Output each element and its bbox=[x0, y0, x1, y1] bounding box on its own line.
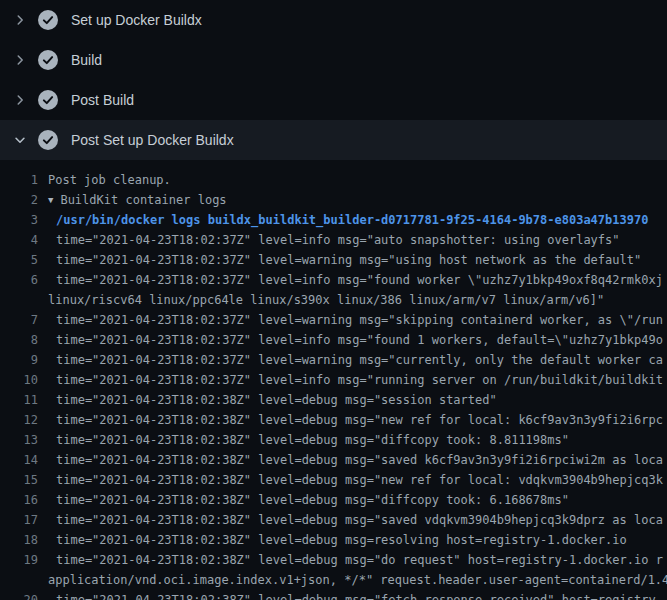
log-line: application/vnd.oci.image.index.v1+json,… bbox=[0, 570, 667, 590]
log-text: time="2021-04-23T18:02:37Z" level=warnin… bbox=[48, 350, 663, 370]
line-number bbox=[0, 290, 48, 310]
chevron-right-icon bbox=[12, 12, 28, 28]
line-number[interactable]: 13 bbox=[0, 430, 48, 450]
log-line: 13time="2021-04-23T18:02:38Z" level=debu… bbox=[0, 430, 667, 450]
log-line: 8time="2021-04-23T18:02:37Z" level=info … bbox=[0, 330, 667, 350]
log-group-line: 2▼BuildKit container logs bbox=[0, 190, 667, 210]
log-text: application/vnd.oci.image.index.v1+json,… bbox=[48, 570, 667, 590]
triangle-down-icon: ▼ bbox=[48, 190, 53, 210]
group-title: BuildKit container logs bbox=[60, 193, 226, 207]
log-text: time="2021-04-23T18:02:38Z" level=debug … bbox=[48, 490, 569, 510]
line-number[interactable]: 16 bbox=[0, 490, 48, 510]
log-line: 6time="2021-04-23T18:02:37Z" level=info … bbox=[0, 270, 667, 290]
line-number[interactable]: 15 bbox=[0, 470, 48, 490]
line-number[interactable]: 12 bbox=[0, 410, 48, 430]
log-text: time="2021-04-23T18:02:37Z" level=info m… bbox=[48, 230, 620, 250]
line-number[interactable]: 14 bbox=[0, 450, 48, 470]
log-text: time="2021-04-23T18:02:37Z" level=warnin… bbox=[48, 250, 641, 270]
log-text: /usr/bin/docker logs buildx_buildkit_bui… bbox=[48, 210, 648, 230]
log-text: time="2021-04-23T18:02:38Z" level=debug … bbox=[48, 530, 627, 550]
log-line: 12time="2021-04-23T18:02:38Z" level=debu… bbox=[0, 410, 667, 430]
log-text: time="2021-04-23T18:02:38Z" level=debug … bbox=[48, 410, 663, 430]
log-line: 10time="2021-04-23T18:02:37Z" level=info… bbox=[0, 370, 667, 390]
log-text: time="2021-04-23T18:02:38Z" level=debug … bbox=[48, 590, 663, 600]
line-number[interactable]: 2 bbox=[0, 190, 48, 210]
log-line: 5time="2021-04-23T18:02:37Z" level=warni… bbox=[0, 250, 667, 270]
line-number[interactable]: 1 bbox=[0, 170, 48, 190]
log-line: 11time="2021-04-23T18:02:38Z" level=debu… bbox=[0, 390, 667, 410]
log-text: time="2021-04-23T18:02:37Z" level=warnin… bbox=[48, 310, 663, 330]
line-number[interactable]: 18 bbox=[0, 530, 48, 550]
line-number[interactable]: 5 bbox=[0, 250, 48, 270]
log-line: 18time="2021-04-23T18:02:38Z" level=debu… bbox=[0, 530, 667, 550]
line-number[interactable]: 9 bbox=[0, 350, 48, 370]
log-text: time="2021-04-23T18:02:38Z" level=debug … bbox=[48, 450, 663, 470]
log-line: 14time="2021-04-23T18:02:38Z" level=debu… bbox=[0, 450, 667, 470]
log-text: time="2021-04-23T18:02:38Z" level=debug … bbox=[48, 510, 663, 530]
line-number[interactable]: 10 bbox=[0, 370, 48, 390]
group-toggle[interactable]: ▼BuildKit container logs bbox=[48, 190, 227, 210]
line-number[interactable]: 8 bbox=[0, 330, 48, 350]
step-label: Set up Docker Buildx bbox=[71, 12, 202, 28]
step-row-set-up-docker-buildx[interactable]: Set up Docker Buildx bbox=[0, 0, 667, 40]
step-label: Build bbox=[71, 52, 102, 68]
step-label: Post Build bbox=[71, 92, 134, 108]
log-text: time="2021-04-23T18:02:37Z" level=info m… bbox=[48, 330, 663, 350]
line-number[interactable]: 6 bbox=[0, 270, 48, 290]
log-text: time="2021-04-23T18:02:37Z" level=info m… bbox=[48, 270, 663, 290]
check-circle-icon bbox=[38, 130, 58, 150]
line-number[interactable]: 11 bbox=[0, 390, 48, 410]
chevron-right-icon bbox=[12, 92, 28, 108]
line-number[interactable]: 4 bbox=[0, 230, 48, 250]
log-line: 9time="2021-04-23T18:02:37Z" level=warni… bbox=[0, 350, 667, 370]
log-line: 4time="2021-04-23T18:02:37Z" level=info … bbox=[0, 230, 667, 250]
line-number[interactable]: 17 bbox=[0, 510, 48, 530]
step-row-post-build[interactable]: Post Build bbox=[0, 80, 667, 120]
step-row-build[interactable]: Build bbox=[0, 40, 667, 80]
log-text: time="2021-04-23T18:02:37Z" level=info m… bbox=[48, 370, 663, 390]
line-number[interactable]: 7 bbox=[0, 310, 48, 330]
log-line: 7time="2021-04-23T18:02:37Z" level=warni… bbox=[0, 310, 667, 330]
chevron-down-icon bbox=[12, 132, 28, 148]
log-command-line: 3/usr/bin/docker logs buildx_buildkit_bu… bbox=[0, 210, 667, 230]
check-circle-icon bbox=[38, 50, 58, 70]
log-text: linux/riscv64 linux/ppc64le linux/s390x … bbox=[48, 290, 604, 310]
log-line: 19time="2021-04-23T18:02:38Z" level=debu… bbox=[0, 550, 667, 570]
line-number[interactable]: 19 bbox=[0, 550, 48, 570]
step-label: Post Set up Docker Buildx bbox=[71, 132, 234, 148]
check-circle-icon bbox=[38, 10, 58, 30]
log-line: 1Post job cleanup. bbox=[0, 170, 667, 190]
log-text: time="2021-04-23T18:02:38Z" level=debug … bbox=[48, 390, 497, 410]
log-text: time="2021-04-23T18:02:38Z" level=debug … bbox=[48, 550, 663, 570]
log-line: 16time="2021-04-23T18:02:38Z" level=debu… bbox=[0, 490, 667, 510]
log-text: Post job cleanup. bbox=[48, 170, 171, 190]
log-line: 15time="2021-04-23T18:02:38Z" level=debu… bbox=[0, 470, 667, 490]
line-number[interactable]: 20 bbox=[0, 590, 48, 600]
line-number bbox=[0, 570, 48, 590]
log-text: time="2021-04-23T18:02:38Z" level=debug … bbox=[48, 430, 569, 450]
log-viewer: 1Post job cleanup.2▼BuildKit container l… bbox=[0, 160, 667, 600]
log-line: 20time="2021-04-23T18:02:38Z" level=debu… bbox=[0, 590, 667, 600]
chevron-right-icon bbox=[12, 52, 28, 68]
check-circle-icon bbox=[38, 90, 58, 110]
log-text: time="2021-04-23T18:02:38Z" level=debug … bbox=[48, 470, 663, 490]
line-number[interactable]: 3 bbox=[0, 210, 48, 230]
step-row-post-set-up-docker-buildx[interactable]: Post Set up Docker Buildx bbox=[0, 120, 667, 160]
log-line: 17time="2021-04-23T18:02:38Z" level=debu… bbox=[0, 510, 667, 530]
steps-list: Set up Docker BuildxBuildPost BuildPost … bbox=[0, 0, 667, 160]
log-line: linux/riscv64 linux/ppc64le linux/s390x … bbox=[0, 290, 667, 310]
